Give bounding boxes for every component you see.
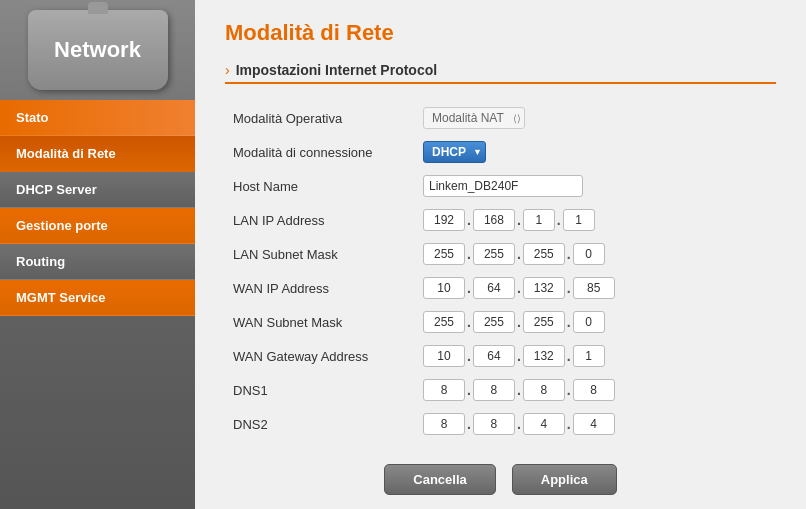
lan-ip-octet3[interactable] bbox=[523, 209, 555, 231]
modalita-operativa-row: Modalità Operativa Modalità NAT bbox=[225, 104, 776, 132]
sidebar-item-stato[interactable]: Stato bbox=[0, 100, 195, 136]
dns1-octet1[interactable] bbox=[423, 379, 465, 401]
lan-ip-control: . . . bbox=[415, 206, 776, 234]
wan-ip-control: . . . bbox=[415, 274, 776, 302]
lan-ip-row: LAN IP Address . . . bbox=[225, 206, 776, 234]
dns2-sep-2: . bbox=[517, 416, 521, 432]
modalita-operativa-label: Modalità Operativa bbox=[225, 104, 415, 132]
section-title: Impostazioni Internet Protocol bbox=[236, 62, 437, 78]
dns1-sep-2: . bbox=[517, 382, 521, 398]
modalita-operativa-control: Modalità NAT bbox=[415, 104, 776, 132]
host-name-label: Host Name bbox=[225, 172, 415, 200]
dns1-octet2[interactable] bbox=[473, 379, 515, 401]
sidebar-item-gestione-porte[interactable]: Gestione porte bbox=[0, 208, 195, 244]
ip-sep-1: . bbox=[467, 212, 471, 228]
wan-gw-sep-3: . bbox=[567, 348, 571, 364]
wan-ip-octet3[interactable] bbox=[523, 277, 565, 299]
modalita-operativa-select[interactable]: Modalità NAT bbox=[423, 107, 525, 129]
wan-ip-octet1[interactable] bbox=[423, 277, 465, 299]
dns2-octet4[interactable] bbox=[573, 413, 615, 435]
sidebar: Network Stato Modalità di Rete DHCP Serv… bbox=[0, 0, 195, 509]
wan-subnet-row: WAN Subnet Mask . . . bbox=[225, 308, 776, 336]
wan-ip-row: WAN IP Address . . . bbox=[225, 274, 776, 302]
lan-ip-label: LAN IP Address bbox=[225, 206, 415, 234]
lan-ip-octet4[interactable] bbox=[563, 209, 595, 231]
dns2-octet3[interactable] bbox=[523, 413, 565, 435]
dns1-control: . . . bbox=[415, 376, 776, 404]
wan-ip-label: WAN IP Address bbox=[225, 274, 415, 302]
ip-sep-2: . bbox=[517, 212, 521, 228]
wan-subnet-octet2[interactable] bbox=[473, 311, 515, 333]
lan-subnet-group: . . . bbox=[423, 243, 768, 265]
dns2-row: DNS2 . . . bbox=[225, 410, 776, 438]
dns1-octet3[interactable] bbox=[523, 379, 565, 401]
wan-ip-sep-1: . bbox=[467, 280, 471, 296]
lan-subnet-octet3[interactable] bbox=[523, 243, 565, 265]
dns2-octet2[interactable] bbox=[473, 413, 515, 435]
host-name-input[interactable] bbox=[423, 175, 583, 197]
lan-subnet-label: LAN Subnet Mask bbox=[225, 240, 415, 268]
settings-form: Modalità Operativa Modalità NAT Modalità… bbox=[225, 98, 776, 444]
sidebar-item-dhcp-server[interactable]: DHCP Server bbox=[0, 172, 195, 208]
dns2-group: . . . bbox=[423, 413, 768, 435]
sidebar-item-modalita-di-rete[interactable]: Modalità di Rete bbox=[0, 136, 195, 172]
wan-subnet-octet1[interactable] bbox=[423, 311, 465, 333]
wan-gateway-row: WAN Gateway Address . . . bbox=[225, 342, 776, 370]
page-title: Modalità di Rete bbox=[225, 20, 776, 46]
wan-subnet-sep-2: . bbox=[517, 314, 521, 330]
sidebar-logo: Network bbox=[28, 10, 168, 90]
dns1-octet4[interactable] bbox=[573, 379, 615, 401]
section-arrow-icon: › bbox=[225, 62, 230, 78]
button-row: Cancella Applica bbox=[225, 464, 776, 495]
dns2-sep-1: . bbox=[467, 416, 471, 432]
subnet-sep-1: . bbox=[467, 246, 471, 262]
wan-gateway-control: . . . bbox=[415, 342, 776, 370]
dns2-sep-3: . bbox=[567, 416, 571, 432]
modalita-connessione-control: DHCP bbox=[415, 138, 776, 166]
dns2-control: . . . bbox=[415, 410, 776, 438]
sidebar-item-routing[interactable]: Routing bbox=[0, 244, 195, 280]
lan-ip-octet1[interactable] bbox=[423, 209, 465, 231]
lan-subnet-octet2[interactable] bbox=[473, 243, 515, 265]
dns1-group: . . . bbox=[423, 379, 768, 401]
wan-gw-sep-2: . bbox=[517, 348, 521, 364]
sidebar-navigation: Stato Modalità di Rete DHCP Server Gesti… bbox=[0, 100, 195, 509]
dhcp-select-wrapper: DHCP bbox=[423, 141, 486, 163]
dns2-label: DNS2 bbox=[225, 410, 415, 438]
apply-button[interactable]: Applica bbox=[512, 464, 617, 495]
wan-gateway-label: WAN Gateway Address bbox=[225, 342, 415, 370]
lan-subnet-control: . . . bbox=[415, 240, 776, 268]
dns1-sep-1: . bbox=[467, 382, 471, 398]
wan-gateway-octet4[interactable] bbox=[573, 345, 605, 367]
wan-gateway-octet3[interactable] bbox=[523, 345, 565, 367]
nat-select-wrapper: Modalità NAT bbox=[423, 107, 525, 129]
wan-ip-octet2[interactable] bbox=[473, 277, 515, 299]
lan-ip-octet2[interactable] bbox=[473, 209, 515, 231]
section-header: › Impostazioni Internet Protocol bbox=[225, 62, 776, 84]
main-content: Modalità di Rete › Impostazioni Internet… bbox=[195, 0, 806, 509]
host-name-row: Host Name bbox=[225, 172, 776, 200]
lan-subnet-octet1[interactable] bbox=[423, 243, 465, 265]
subnet-sep-2: . bbox=[517, 246, 521, 262]
cancel-button[interactable]: Cancella bbox=[384, 464, 495, 495]
ip-sep-3: . bbox=[557, 212, 561, 228]
wan-gateway-octet2[interactable] bbox=[473, 345, 515, 367]
wan-ip-sep-3: . bbox=[567, 280, 571, 296]
modalita-connessione-row: Modalità di connessione DHCP bbox=[225, 138, 776, 166]
wan-subnet-group: . . . bbox=[423, 311, 768, 333]
wan-subnet-control: . . . bbox=[415, 308, 776, 336]
wan-ip-group: . . . bbox=[423, 277, 768, 299]
wan-subnet-octet3[interactable] bbox=[523, 311, 565, 333]
wan-ip-octet4[interactable] bbox=[573, 277, 615, 299]
subnet-sep-3: . bbox=[567, 246, 571, 262]
dns1-row: DNS1 . . . bbox=[225, 376, 776, 404]
sidebar-item-mgmt-service[interactable]: MGMT Service bbox=[0, 280, 195, 316]
lan-subnet-octet4[interactable] bbox=[573, 243, 605, 265]
lan-ip-group: . . . bbox=[423, 209, 768, 231]
modalita-connessione-select[interactable]: DHCP bbox=[423, 141, 486, 163]
dns1-label: DNS1 bbox=[225, 376, 415, 404]
dns2-octet1[interactable] bbox=[423, 413, 465, 435]
wan-subnet-sep-1: . bbox=[467, 314, 471, 330]
wan-subnet-octet4[interactable] bbox=[573, 311, 605, 333]
wan-gateway-octet1[interactable] bbox=[423, 345, 465, 367]
